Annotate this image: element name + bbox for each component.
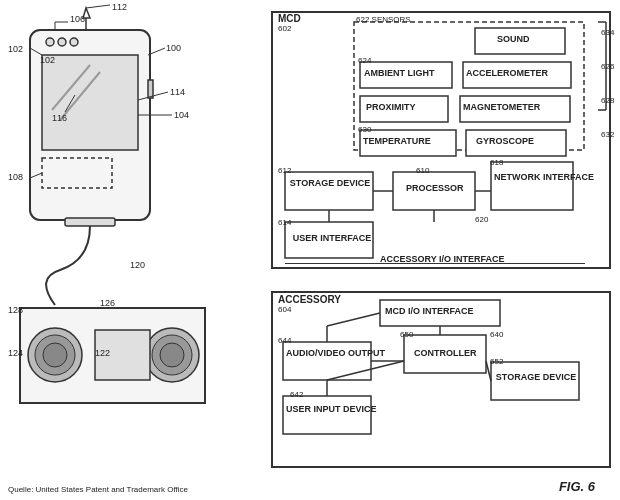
ref-618: 618 xyxy=(490,158,503,167)
svg-line-62 xyxy=(327,313,380,326)
svg-point-3 xyxy=(46,38,54,46)
svg-point-5 xyxy=(70,38,78,46)
mcd-ref: 602 xyxy=(278,24,291,33)
svg-point-27 xyxy=(160,343,184,367)
ref-120: 120 xyxy=(130,260,145,270)
svg-point-4 xyxy=(58,38,66,46)
ref-642: 642 xyxy=(290,390,303,399)
svg-line-19 xyxy=(30,48,42,55)
svg-line-14 xyxy=(86,5,110,8)
ref-100: 100 xyxy=(166,43,181,53)
svg-rect-9 xyxy=(148,80,153,98)
ref-126: 126 xyxy=(100,298,115,308)
user-interface-label: USER INTERFACE xyxy=(290,233,374,243)
network-interface-label: NETWORK INTERFACE xyxy=(494,172,572,182)
fig-label: FIG. 6 xyxy=(559,479,595,494)
ref-114: 114 xyxy=(170,87,185,97)
accessory-title: ACCESSORY xyxy=(278,294,341,305)
svg-rect-54 xyxy=(283,396,371,434)
ref-650: 650 xyxy=(400,330,413,339)
svg-point-25 xyxy=(145,328,199,382)
ref-614: 614 xyxy=(278,218,291,227)
magnetometer-label: MAGNETOMETER xyxy=(463,102,540,112)
svg-rect-11 xyxy=(65,218,115,226)
svg-line-18 xyxy=(65,95,75,112)
temperature-label: TEMPERATURE xyxy=(363,136,431,146)
storage-device-label: STORAGE DEVICE xyxy=(288,178,372,188)
accelerometer-label: ACCELEROMETER xyxy=(466,68,548,78)
ref-620: 620 xyxy=(475,215,488,224)
accessory-io-label: ACCESSORY I/O INTERFACE xyxy=(380,254,505,264)
user-input-label: USER INPUT DEVICE xyxy=(286,404,368,414)
ref-128: 128 xyxy=(8,305,23,315)
svg-line-16 xyxy=(138,92,168,100)
ref-116: 116 xyxy=(52,113,67,123)
svg-line-15 xyxy=(148,48,165,55)
mcd-title: MCD xyxy=(278,13,301,24)
svg-rect-33 xyxy=(354,22,584,150)
ref-112: 112 xyxy=(112,2,127,12)
screen-ref: 102 xyxy=(40,55,55,65)
ref-612: 612 xyxy=(278,166,291,175)
mcd-io-label: MCD I/O INTERFACE xyxy=(385,306,474,316)
svg-line-7 xyxy=(52,65,90,110)
ref-634: 634 xyxy=(601,28,614,37)
ref-628: 628 xyxy=(601,96,614,105)
ref-122: 122 xyxy=(95,348,110,358)
svg-line-20 xyxy=(30,173,42,178)
ref-610: 610 xyxy=(416,166,429,175)
controller-label: CONTROLLER xyxy=(414,348,477,358)
main-container: 106 112 100 114 104 116 102 108 102 120 … xyxy=(0,0,620,500)
ref-652: 652 xyxy=(490,357,503,366)
svg-rect-43 xyxy=(491,162,573,210)
svg-line-59 xyxy=(327,361,404,380)
svg-rect-6 xyxy=(42,55,138,150)
accessory-storage-label: STORAGE DEVICE xyxy=(494,372,578,382)
svg-point-26 xyxy=(152,335,192,375)
audio-video-label: AUDIO/VIDEO OUTPUT xyxy=(286,348,368,358)
svg-point-24 xyxy=(43,343,67,367)
processor-label: PROCESSOR xyxy=(406,183,464,193)
ref-644: 644 xyxy=(278,336,291,345)
ref-108: 108 xyxy=(8,172,23,182)
ref-630: 630 xyxy=(358,125,371,134)
ref-632: 632 xyxy=(601,130,614,139)
gyroscope-label: GYROSCOPE xyxy=(476,136,534,146)
ref-124: 124 xyxy=(8,348,23,358)
ambient-light-label: AMBIENT LIGHT xyxy=(364,68,435,78)
sensors-label: 622 SENSORS xyxy=(356,15,411,24)
accessory-ref: 604 xyxy=(278,305,291,314)
svg-point-23 xyxy=(35,335,75,375)
source-text: Quelle: United States Patent and Tradema… xyxy=(8,485,188,494)
svg-rect-29 xyxy=(272,12,610,268)
ref-640: 640 xyxy=(490,330,503,339)
ref-104: 104 xyxy=(174,110,189,120)
ref-106: 106 xyxy=(70,14,85,24)
ref-624: 624 xyxy=(358,56,371,65)
svg-point-22 xyxy=(28,328,82,382)
svg-rect-21 xyxy=(20,308,205,403)
sound-label: SOUND xyxy=(497,34,530,44)
ref-102: 102 xyxy=(8,44,23,54)
svg-rect-10 xyxy=(42,158,112,188)
ref-626: 626 xyxy=(601,62,614,71)
proximity-label: PROXIMITY xyxy=(366,102,416,112)
